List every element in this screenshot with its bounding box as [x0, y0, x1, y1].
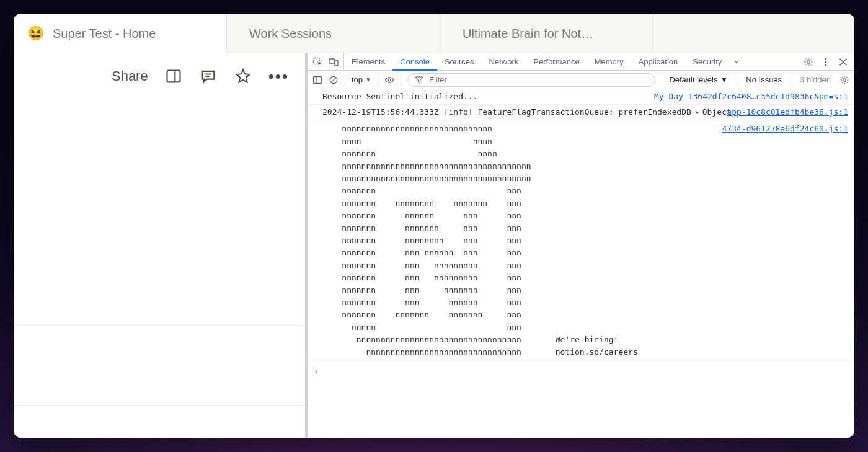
tab-network[interactable]: Network	[482, 53, 526, 70]
tab-performance[interactable]: Performance	[526, 53, 587, 70]
tab-label: Super Test - Home	[53, 27, 156, 41]
filter-icon	[414, 75, 424, 85]
log-row: Resource Sentinel initialized... My-Day-…	[308, 89, 854, 105]
svg-point-17	[388, 79, 391, 81]
app-pane: Share •••	[14, 53, 305, 438]
emoji-icon: 😆	[27, 27, 44, 40]
settings-icon[interactable]	[804, 57, 813, 67]
more-icon[interactable]: •••	[268, 67, 289, 86]
chevron-down-icon: ▼	[365, 76, 371, 83]
devtools-panel-tabs: Elements Console Sources Network Perform…	[344, 53, 743, 70]
log-source-link[interactable]: 4734-d961278a6df24c60.js:1	[722, 123, 849, 358]
close-icon[interactable]	[838, 57, 848, 67]
console-output: Resource Sentinel initialized... My-Day-…	[308, 89, 854, 438]
filter-input[interactable]	[407, 73, 655, 87]
log-row-ascii: nnnnnnnnnnnnnnnnnnnnnnnnnnnnnnn nnnn nnn…	[308, 120, 854, 361]
console-prompt[interactable]: ›	[308, 361, 854, 381]
svg-point-11	[825, 64, 827, 66]
log-levels-dropdown[interactable]: Default levels ▼	[669, 75, 728, 84]
side-peek-icon[interactable]	[164, 67, 183, 86]
tab-super-test[interactable]: 😆 Super Test - Home	[14, 14, 227, 53]
ascii-art: nnnnnnnnnnnnnnnnnnnnnnnnnnnnnnn nnnn nnn…	[322, 123, 715, 358]
comment-icon[interactable]	[199, 67, 218, 86]
devtools-right-icons	[797, 53, 854, 70]
tab-label: Work Sessions	[249, 27, 332, 41]
log-message: 2024-12-19T15:56:44.333Z [info] FeatureF…	[322, 106, 719, 118]
device-toggle-icon[interactable]	[329, 57, 339, 67]
tab-console[interactable]: Console	[392, 53, 437, 71]
context-selector[interactable]: top ▼	[352, 75, 371, 84]
svg-point-9	[825, 58, 827, 60]
filter-text-field[interactable]	[429, 75, 649, 84]
tab-memory[interactable]: Memory	[587, 53, 631, 70]
log-source-link[interactable]: app-10c8c01edfb4be36.js:1	[727, 106, 848, 118]
tab-strip-empty	[653, 14, 854, 53]
tab-strip: 😆 Super Test - Home Work Sessions Ultima…	[14, 14, 854, 53]
svg-point-10	[825, 61, 827, 63]
devtools-tabbar: Elements Console Sources Network Perform…	[308, 53, 854, 71]
inspect-icon[interactable]	[312, 57, 322, 67]
page-topbar: Share •••	[14, 53, 305, 99]
divider	[14, 405, 305, 406]
expand-triangle-icon[interactable]: ▸	[695, 107, 700, 117]
app-window: 😆 Super Test - Home Work Sessions Ultima…	[14, 14, 854, 438]
tab-elements[interactable]: Elements	[344, 53, 392, 70]
console-settings-icon[interactable]	[839, 75, 849, 85]
log-row: 2024-12-19T15:56:44.333Z [info] FeatureF…	[308, 105, 854, 120]
svg-rect-12	[314, 76, 322, 83]
tab-ultimate-brain[interactable]: Ultimate Brain for Not…	[440, 14, 653, 53]
issues-button[interactable]: No Issues	[746, 75, 782, 84]
tab-work-sessions[interactable]: Work Sessions	[227, 14, 440, 53]
svg-point-8	[807, 60, 810, 63]
divider	[14, 325, 305, 326]
hidden-count: 3 hidden	[800, 75, 831, 84]
star-icon[interactable]	[234, 67, 252, 86]
clear-console-icon[interactable]	[329, 75, 339, 85]
log-source-link[interactable]: My-Day-13642df2c6408…c35dc1d9836c&pm=s:1	[654, 91, 848, 103]
chevron-down-icon: ▼	[720, 75, 728, 84]
svg-rect-6	[329, 59, 335, 63]
main-split: Share •••	[14, 53, 854, 438]
sidebar-toggle-icon[interactable]	[312, 75, 322, 85]
devtools-left-icons	[308, 53, 344, 70]
log-message: Resource Sentinel initialized...	[322, 91, 647, 103]
svg-rect-7	[335, 60, 338, 66]
svg-point-18	[843, 78, 846, 81]
console-toolbar: top ▼ Default levels ▼	[308, 71, 854, 89]
share-button[interactable]: Share	[112, 68, 148, 84]
tab-overflow-icon[interactable]: »	[729, 53, 743, 70]
tab-application[interactable]: Application	[631, 53, 686, 70]
live-expression-icon[interactable]	[384, 75, 394, 85]
svg-point-16	[386, 78, 394, 82]
kebab-icon[interactable]	[821, 57, 831, 67]
tab-sources[interactable]: Sources	[437, 53, 482, 70]
tab-security[interactable]: Security	[685, 53, 729, 70]
devtools-pane: Elements Console Sources Network Perform…	[305, 53, 854, 438]
svg-rect-1	[167, 71, 180, 82]
tab-label: Ultimate Brain for Not…	[463, 27, 593, 41]
svg-line-15	[331, 78, 336, 82]
